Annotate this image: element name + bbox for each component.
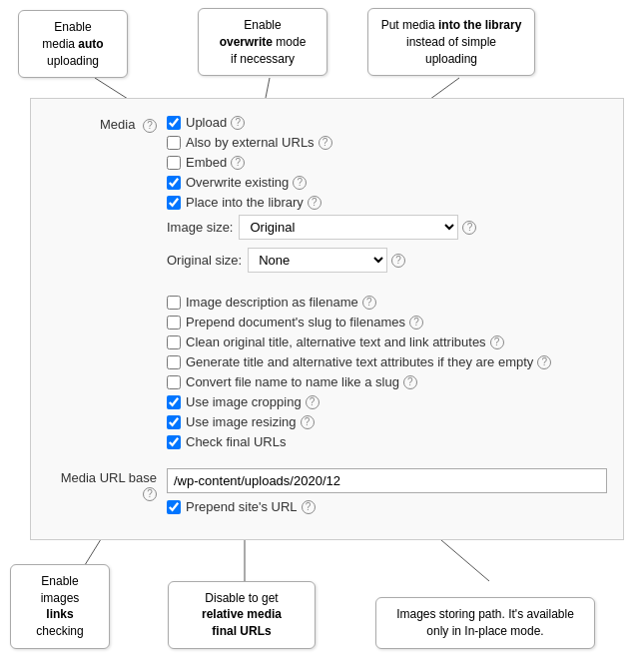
upload-checkbox[interactable] (167, 116, 181, 130)
url-base-label-container: Media URL base ? (47, 468, 167, 501)
media-info-icon[interactable]: ? (143, 119, 157, 133)
url-base-input[interactable] (167, 468, 607, 493)
image-size-row: Image size: Original Thumbnail Medium La… (167, 215, 607, 240)
tooltip-images-storing: Images storing path. It's availableonly … (375, 597, 595, 649)
resizing-row: Use image resizing ? (167, 414, 607, 429)
library-checkbox[interactable] (167, 196, 181, 210)
media-label: Media ? (47, 115, 167, 133)
upload-info-icon[interactable]: ? (231, 116, 245, 130)
tooltip-overwrite-mode: Enableoverwrite modeif necessary (198, 8, 327, 76)
original-size-info-icon[interactable]: ? (391, 254, 405, 268)
image-desc-info-icon[interactable]: ? (362, 296, 376, 310)
tooltip-auto-uploading: Enablemedia autouploading (18, 10, 128, 78)
final-urls-checkbox[interactable] (167, 435, 181, 449)
prepend-slug-info-icon[interactable]: ? (409, 316, 423, 330)
convert-checkbox[interactable] (167, 375, 181, 389)
clean-info-icon[interactable]: ? (490, 335, 504, 349)
image-desc-label[interactable]: Image description as filename (186, 295, 358, 310)
cropping-label[interactable]: Use image cropping (186, 394, 302, 409)
resizing-checkbox[interactable] (167, 415, 181, 429)
image-size-info-icon[interactable]: ? (462, 221, 476, 235)
original-size-row: Original size: None Small Medium Large ? (167, 248, 607, 273)
url-base-section: Media URL base ? Prepend site's URL ? (47, 468, 607, 519)
url-base-content: Prepend site's URL ? (167, 468, 607, 519)
final-urls-row: Check final URLs (167, 434, 607, 449)
prepend-slug-checkbox[interactable] (167, 316, 181, 330)
resizing-info-icon[interactable]: ? (301, 415, 315, 429)
clean-row: Clean original title, alternative text a… (167, 334, 607, 349)
tooltip-put-media-library: Put media into the libraryinstead of sim… (367, 8, 535, 76)
final-urls-label[interactable]: Check final URLs (186, 434, 286, 449)
overwrite-checkbox[interactable] (167, 176, 181, 190)
generate-row: Generate title and alternative text attr… (167, 354, 607, 369)
cropping-checkbox[interactable] (167, 395, 181, 409)
upload-row: Upload ? (167, 115, 607, 130)
url-base-label: Media URL base (61, 470, 157, 485)
media-section: Media ? Upload ? Also by external URLs ?… (47, 115, 607, 281)
tooltip-relative-media: Disable to getrelative mediafinal URLs (168, 581, 316, 649)
prepend-url-row: Prepend site's URL ? (167, 499, 607, 514)
embed-info-icon[interactable]: ? (231, 156, 245, 170)
convert-row: Convert file name to name like a slug ? (167, 374, 607, 389)
generate-checkbox[interactable] (167, 355, 181, 369)
image-desc-checkbox[interactable] (167, 296, 181, 310)
cropping-info-icon[interactable]: ? (306, 395, 320, 409)
prepend-slug-label[interactable]: Prepend document's slug to filenames (186, 315, 405, 330)
url-base-info-icon[interactable]: ? (143, 487, 157, 501)
image-size-label: Image size: (167, 220, 233, 235)
also-by-info-icon[interactable]: ? (319, 136, 332, 150)
prepend-slug-row: Prepend document's slug to filenames ? (167, 315, 607, 330)
prepend-url-checkbox[interactable] (167, 500, 181, 514)
generate-label[interactable]: Generate title and alternative text attr… (186, 354, 533, 369)
cropping-row: Use image cropping ? (167, 394, 607, 409)
library-row: Place into the library ? (167, 195, 607, 210)
extra-options-content: Image description as filename ? Prepend … (167, 295, 607, 454)
extra-options-section: Image description as filename ? Prepend … (47, 295, 607, 454)
original-size-select[interactable]: None Small Medium Large (248, 248, 387, 273)
embed-row: Embed ? (167, 155, 607, 170)
prepend-url-label[interactable]: Prepend site's URL (186, 499, 298, 514)
library-label[interactable]: Place into the library (186, 195, 304, 210)
image-desc-row: Image description as filename ? (167, 295, 607, 310)
prepend-url-info-icon[interactable]: ? (302, 500, 316, 514)
settings-panel: Media ? Upload ? Also by external URLs ?… (30, 98, 624, 540)
image-size-select[interactable]: Original Thumbnail Medium Large Full (239, 215, 458, 240)
overwrite-row: Overwrite existing ? (167, 175, 607, 190)
resizing-label[interactable]: Use image resizing (186, 414, 297, 429)
convert-label[interactable]: Convert file name to name like a slug (186, 374, 399, 389)
overwrite-info-icon[interactable]: ? (293, 176, 307, 190)
also-by-label[interactable]: Also by external URLs (186, 135, 315, 150)
media-checkboxes: Upload ? Also by external URLs ? Embed ?… (167, 115, 607, 281)
upload-label[interactable]: Upload (186, 115, 227, 130)
clean-label[interactable]: Clean original title, alternative text a… (186, 334, 486, 349)
embed-checkbox[interactable] (167, 156, 181, 170)
clean-checkbox[interactable] (167, 335, 181, 349)
generate-info-icon[interactable]: ? (537, 355, 551, 369)
also-by-row: Also by external URLs ? (167, 135, 607, 150)
library-info-icon[interactable]: ? (308, 196, 322, 210)
original-size-label: Original size: (167, 253, 242, 268)
tooltip-links-checking: Enableimageslinkschecking (10, 564, 110, 649)
convert-info-icon[interactable]: ? (403, 375, 417, 389)
also-by-checkbox[interactable] (167, 136, 181, 150)
overwrite-label[interactable]: Overwrite existing (186, 175, 289, 190)
embed-label[interactable]: Embed (186, 155, 227, 170)
